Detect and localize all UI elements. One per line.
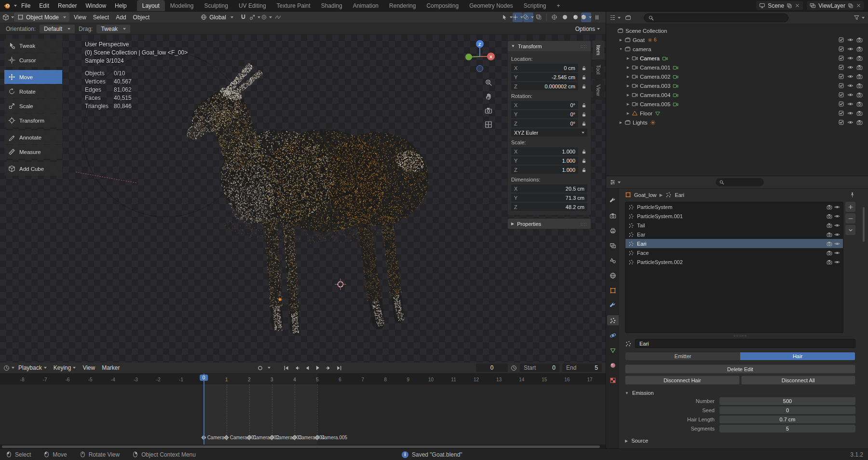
- timeline-editor[interactable]: PlaybackKeyingViewMarker 0 Start0 End5 -…: [0, 362, 606, 448]
- scale-x-field[interactable]: X1.000: [511, 147, 578, 155]
- lock-button[interactable]: [580, 101, 587, 109]
- dimensions-z-field[interactable]: Z48.2 cm: [511, 203, 587, 211]
- viewport-3d[interactable]: TweakCursorMoveRotateScaleTransformAnnot…: [0, 35, 606, 362]
- particle-system-row-particlesystem-001[interactable]: ParticleSystem.001: [625, 211, 843, 221]
- list-resize-grip[interactable]: =====: [625, 333, 855, 338]
- end-frame-field[interactable]: End5: [562, 363, 602, 372]
- hide-viewport-toggle[interactable]: [846, 46, 855, 52]
- tool-measure[interactable]: Measure: [4, 145, 62, 159]
- particle-name-field[interactable]: Eari: [635, 339, 855, 348]
- selectability-dropdown[interactable]: [502, 13, 512, 22]
- exclude-checkbox[interactable]: [837, 46, 846, 52]
- breadcrumb-item[interactable]: Eari: [675, 192, 684, 198]
- drag-setting-dropdown[interactable]: Tweak: [96, 25, 130, 33]
- outliner-row-camera-004[interactable]: ▶Camera.004: [606, 90, 868, 99]
- menu-edit[interactable]: Edit: [35, 2, 54, 9]
- hide-viewport-toggle[interactable]: [846, 73, 855, 80]
- workspace-tab-compositing[interactable]: Compositing: [421, 0, 464, 11]
- breadcrumb-object[interactable]: Goat_low: [634, 192, 656, 198]
- current-frame-field[interactable]: 0: [476, 363, 508, 372]
- particle-system-row-ear[interactable]: Ear: [625, 230, 843, 239]
- current-frame-badge[interactable]: 0: [200, 375, 208, 381]
- disable-render-toggle[interactable]: [855, 101, 864, 107]
- disable-render-toggle[interactable]: [855, 110, 864, 116]
- lock-button[interactable]: [580, 120, 587, 127]
- exclude-checkbox[interactable]: [837, 119, 846, 125]
- disconnect-hair-button[interactable]: Disconnect Hair: [625, 376, 740, 385]
- shading-solid-button[interactable]: [560, 13, 570, 22]
- viewlayer-selector[interactable]: ViewLayer: [807, 1, 864, 10]
- render-toggle-icon[interactable]: [827, 250, 832, 256]
- expand-caret-icon[interactable]: ▶: [624, 75, 632, 79]
- next-keyframe-button[interactable]: [324, 363, 333, 372]
- workspace-tab-layout[interactable]: Layout: [137, 0, 165, 11]
- outliner-row-floor[interactable]: ▶Floor: [606, 109, 868, 118]
- snap-magnet-toggle[interactable]: [238, 13, 248, 22]
- outliner-editor-type-button[interactable]: [610, 13, 620, 23]
- properties-search-input[interactable]: [716, 178, 764, 186]
- render-toggle-icon[interactable]: [827, 213, 832, 219]
- location-y-field[interactable]: Y-2.545 cm: [511, 73, 578, 81]
- n-panel-tab-item[interactable]: Item: [593, 41, 604, 59]
- source-section-header[interactable]: ▶ Source: [625, 438, 855, 444]
- workspace-tab-uv-editing[interactable]: UV Editing: [233, 0, 271, 11]
- pan-button[interactable]: [482, 90, 495, 103]
- specials-menu-button[interactable]: [845, 225, 855, 235]
- scale-y-field[interactable]: Y1.000: [511, 156, 578, 165]
- outliner-row-camera-001[interactable]: ▶Camera.001: [606, 63, 868, 72]
- number-field[interactable]: 500: [719, 397, 855, 405]
- scene-selector[interactable]: Scene: [756, 1, 803, 10]
- camera-view-button[interactable]: [482, 104, 495, 117]
- expand-caret-icon[interactable]: ▶: [617, 38, 624, 42]
- play-button[interactable]: [313, 363, 323, 372]
- tool-annotate[interactable]: Annotate: [4, 130, 62, 144]
- visibility-toggle-icon[interactable]: [834, 204, 840, 210]
- axis-navigation-gizmo[interactable]: Z X: [462, 39, 498, 74]
- scale-z-field[interactable]: Z1.000: [511, 166, 578, 174]
- outliner-row-camera-003[interactable]: ▶Camera.003: [606, 81, 868, 90]
- options-dropdown[interactable]: Options: [575, 26, 600, 32]
- dimensions-y-field[interactable]: Y71.3 cm: [511, 194, 587, 202]
- timeline-editor-type-button[interactable]: [4, 363, 14, 373]
- viewport-menu-view[interactable]: View: [70, 14, 90, 21]
- jump-to-end-button[interactable]: [334, 363, 344, 372]
- delete-edit-button[interactable]: Delete Edit: [625, 364, 855, 374]
- disable-render-toggle[interactable]: [855, 55, 864, 61]
- expand-caret-icon[interactable]: ▼: [617, 47, 624, 51]
- lock-button[interactable]: [580, 111, 587, 118]
- play-reverse-button[interactable]: [302, 363, 312, 372]
- tool-rotate[interactable]: Rotate: [4, 84, 62, 98]
- n-panel-tab-tool[interactable]: Tool: [593, 60, 604, 79]
- tool-scale[interactable]: Scale: [4, 99, 62, 113]
- mode-dropdown[interactable]: Object Mode: [14, 13, 69, 22]
- timeline-menu-view[interactable]: View: [79, 364, 98, 371]
- visibility-toggle-icon[interactable]: [834, 223, 840, 228]
- outliner-row-goat[interactable]: ▶Goat6: [606, 35, 868, 44]
- timeline-scrollbar[interactable]: [0, 445, 606, 448]
- visibility-toggle-icon[interactable]: [834, 250, 840, 256]
- seed-field[interactable]: 0: [719, 406, 855, 414]
- prev-keyframe-button[interactable]: [292, 363, 301, 372]
- particle-systems-list[interactable]: ParticleSystemParticleSystem.001TailEarE…: [625, 202, 843, 333]
- rotation-y-field[interactable]: Y0°: [511, 110, 578, 118]
- object-tab[interactable]: [607, 285, 619, 295]
- disconnect-all-button[interactable]: Disconnect All: [741, 376, 856, 385]
- render-toggle-icon[interactable]: [827, 241, 832, 247]
- tool-add-cube[interactable]: Add Cube: [4, 162, 62, 176]
- timeline-menu-playback[interactable]: Playback: [15, 364, 50, 371]
- panel-grip-icon[interactable]: ::::: [581, 44, 587, 49]
- shading-rendered-button[interactable]: [581, 13, 591, 22]
- rotation-mode-dropdown[interactable]: XYZ Euler: [511, 128, 587, 137]
- visibility-toggle-icon[interactable]: [834, 241, 840, 247]
- new-scene-icon[interactable]: [787, 3, 792, 9]
- hide-viewport-toggle[interactable]: [846, 92, 855, 98]
- jump-to-start-button[interactable]: [281, 363, 291, 372]
- display-mode-button[interactable]: [623, 13, 633, 23]
- auto-key-button[interactable]: [255, 363, 265, 372]
- marker-camera[interactable]: Camera: [202, 435, 225, 440]
- tool-move[interactable]: Move: [4, 70, 62, 84]
- workspace-tab-rendering[interactable]: Rendering: [384, 0, 421, 11]
- outliner-row-camera-005[interactable]: ▶Camera.005: [606, 99, 868, 109]
- lock-button[interactable]: [580, 166, 587, 173]
- falloff-button[interactable]: [273, 13, 283, 22]
